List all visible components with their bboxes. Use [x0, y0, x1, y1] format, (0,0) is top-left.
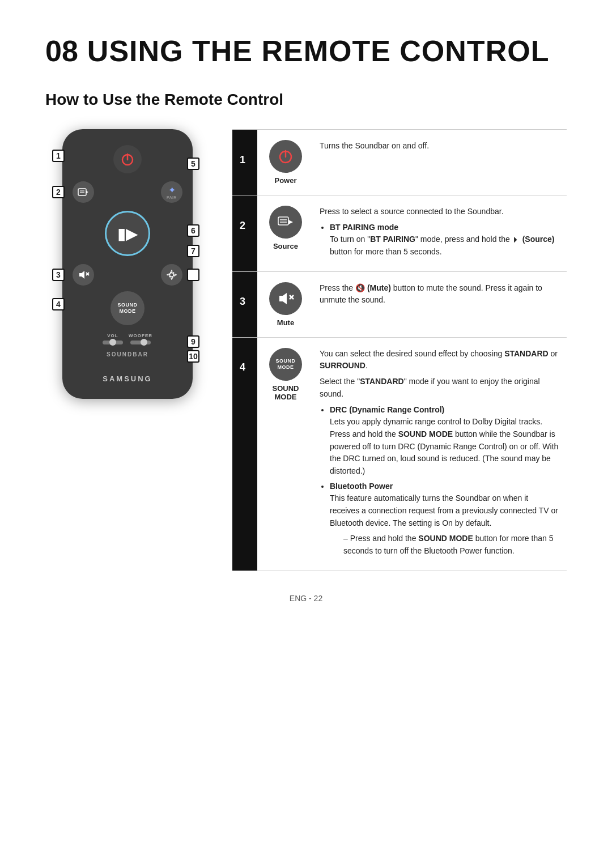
svg-rect-12	[278, 217, 288, 225]
remote-label-8: 8	[187, 269, 199, 281]
remote-row-playpause: 6 7 ▮▶	[73, 211, 182, 256]
remote-control-diagram: 1 5 2	[45, 129, 215, 399]
remote-label-2: 2	[52, 186, 65, 198]
chapter-number: 08	[45, 34, 78, 68]
table-row: 1 Power Turns the Soundbar on	[232, 130, 567, 195]
page-title: 08 USING THE REMOTE CONTROL	[45, 34, 567, 68]
bluetooth-icon: ✦	[168, 185, 176, 195]
mute-button[interactable]	[73, 264, 94, 286]
remote-label-6: 6	[187, 224, 199, 237]
svg-rect-2	[78, 189, 86, 195]
row-num-1: 1	[232, 130, 257, 195]
soundmode-icon-circle: SOUND MODE	[269, 348, 302, 381]
mute-label: Mute	[264, 318, 307, 327]
source-icon	[77, 186, 90, 198]
sm-text-1: SOUND	[275, 358, 295, 364]
source-icon-circle	[269, 206, 302, 239]
sound-mode-line2: MODE	[120, 308, 136, 314]
play-pause-icon: ▮▶	[117, 224, 138, 243]
table-power-icon	[277, 147, 295, 165]
row-num-3: 3	[232, 271, 257, 337]
sm-text-2: MODE	[278, 364, 294, 371]
power-icon-circle	[269, 140, 302, 173]
samsung-logo: SAMSUNG	[73, 375, 182, 383]
description-table: 1 Power Turns the Soundbar on	[232, 129, 567, 571]
vol-slider[interactable]: VOL	[103, 333, 123, 344]
sound-mode-button[interactable]: SOUND MODE	[110, 291, 144, 325]
row-icon-power: Power	[257, 130, 314, 195]
remote-body: 1 5 2	[62, 129, 193, 399]
row-icon-source: Source	[257, 195, 314, 272]
table-row: 4 SOUND MODE SOUND MODE You can select t…	[232, 337, 567, 571]
row-num-2: 2	[232, 195, 257, 272]
vol-track	[103, 341, 123, 344]
row-icon-mute: Mute	[257, 271, 314, 337]
woofer-slider[interactable]: WOOFER	[129, 333, 152, 344]
remote-label-10: 10	[187, 350, 199, 363]
remote-row-soundmode: 4 SOUND MODE	[73, 291, 182, 325]
remote-label-9: 9	[187, 335, 199, 348]
mute-icon-circle	[269, 282, 302, 315]
remote-label-5: 5	[187, 158, 199, 170]
soundbar-label: SOUNDBAR	[73, 351, 182, 358]
remote-row-volume: 9 10 VOL WOOFER	[73, 333, 182, 344]
row-desc-power: Turns the Soundbar on and off.	[314, 130, 567, 195]
svg-marker-15	[279, 293, 287, 304]
table-row: 2 Source	[232, 195, 567, 272]
vol-thumb	[109, 339, 116, 346]
remote-label-1: 1	[52, 150, 65, 162]
table-row: 3 Mute Press	[232, 271, 567, 337]
power-icon	[120, 151, 135, 167]
svg-point-8	[170, 273, 174, 277]
row-num-4: 4	[232, 337, 257, 571]
svg-marker-5	[79, 271, 84, 279]
mute-icon	[77, 269, 90, 281]
power-label: Power	[264, 176, 307, 185]
source-button[interactable]	[73, 181, 94, 203]
bluetooth-button[interactable]: ✦ PAIR	[161, 181, 182, 203]
gear-icon	[165, 269, 178, 281]
remote-label-7: 7	[187, 245, 199, 257]
power-button[interactable]	[113, 145, 142, 173]
section-title: How to Use the Remote Control	[45, 91, 567, 109]
row-desc-mute: Press the 🔇 (Mute) button to mute the so…	[314, 271, 567, 337]
table-mute-icon	[277, 290, 295, 308]
source-label: Source	[264, 242, 307, 250]
woofer-thumb	[141, 339, 147, 346]
row-desc-soundmode: You can select the desired sound effect …	[314, 337, 567, 571]
remote-row-mute: 3 8	[73, 264, 182, 286]
remote-row-source: 2 ✦ PAIR	[73, 181, 182, 203]
soundmode-label: SOUND MODE	[264, 384, 307, 401]
info-table: 1 Power Turns the Soundbar on	[232, 129, 567, 571]
sound-mode-line1: SOUND	[117, 302, 137, 308]
remote-row-power: 1 5	[73, 145, 182, 173]
table-source-icon	[277, 213, 295, 231]
chapter-title: USING THE REMOTE CONTROL	[87, 34, 550, 68]
main-layout: 1 5 2	[45, 129, 567, 571]
row-icon-soundmode: SOUND MODE SOUND MODE	[257, 337, 314, 571]
page-footer: ENG - 22	[45, 594, 567, 603]
remote-label-3: 3	[52, 269, 65, 281]
row-desc-source: Press to select a source connected to th…	[314, 195, 567, 272]
settings-button[interactable]: 8	[161, 264, 182, 286]
remote-label-4: 4	[52, 298, 65, 310]
woofer-track	[130, 341, 151, 344]
play-pause-button[interactable]: ▮▶	[105, 211, 150, 256]
